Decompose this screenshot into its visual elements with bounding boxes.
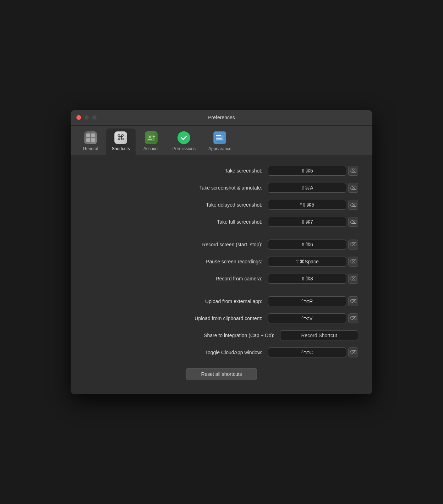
- toolbar: General ⌘ Shortcuts: [71, 126, 372, 155]
- upload-clipboard-label: Upload from clipboard content:: [156, 316, 262, 321]
- shortcut-upload-clipboard: Upload from clipboard content: ^⌥V ⌫: [85, 313, 358, 323]
- take-screenshot-field[interactable]: ⇧⌘5: [268, 166, 346, 176]
- tab-permissions-label: Permissions: [173, 146, 196, 151]
- svg-rect-11: [216, 135, 221, 136]
- svg-rect-3: [91, 138, 95, 142]
- share-integration-record-btn[interactable]: Record Shortcut: [280, 330, 358, 340]
- take-delayed-screenshot-field[interactable]: ^⇧⌘5: [268, 200, 346, 210]
- record-camera-clear[interactable]: ⌫: [348, 274, 358, 284]
- upload-clipboard-field[interactable]: ^⌥V: [268, 313, 346, 323]
- svg-rect-7: [148, 139, 152, 140]
- take-delayed-screenshot-clear[interactable]: ⌫: [348, 200, 358, 210]
- tab-account[interactable]: Account: [137, 128, 165, 155]
- traffic-lights: [76, 115, 97, 120]
- permissions-icon: [177, 131, 190, 144]
- shortcut-take-screenshot-annotate: Take screenshot & annotate: ⇧⌘A ⌫: [85, 183, 358, 193]
- take-full-screenshot-label: Take full screenshot:: [156, 219, 262, 225]
- window-title: Preferences: [208, 115, 235, 120]
- pause-recording-label: Pause screen recordings:: [156, 259, 262, 264]
- toggle-window-label: Toggle CloudApp window:: [156, 350, 262, 355]
- tab-appearance[interactable]: Appearance: [203, 128, 237, 155]
- share-integration-label: Share to integration (Cap + Do):: [168, 333, 274, 338]
- general-icon: [84, 131, 97, 144]
- reset-btn-wrapper: Reset all shortcuts: [85, 368, 358, 380]
- upload-external-label: Upload from external app:: [156, 298, 262, 304]
- minimize-button[interactable]: [84, 115, 89, 120]
- svg-rect-2: [86, 138, 90, 142]
- shortcut-upload-external: Upload from external app: ^⌥R ⌫: [85, 296, 358, 306]
- svg-rect-0: [86, 133, 90, 137]
- account-icon: [145, 131, 158, 144]
- upload-external-field[interactable]: ^⌥R: [268, 296, 346, 306]
- take-delayed-screenshot-label: Take delayed screenshot:: [156, 202, 262, 208]
- tab-appearance-label: Appearance: [208, 146, 231, 151]
- tab-shortcuts-label: Shortcuts: [112, 146, 130, 151]
- shortcut-record-screen: Record screen (start, stop): ⇧⌘6 ⌫: [85, 240, 358, 250]
- toggle-window-clear[interactable]: ⌫: [348, 347, 358, 357]
- titlebar: Preferences: [71, 110, 372, 126]
- take-screenshot-annotate-clear[interactable]: ⌫: [348, 183, 358, 193]
- svg-rect-12: [216, 137, 223, 137]
- take-screenshot-annotate-label: Take screenshot & annotate:: [156, 185, 262, 191]
- record-screen-field[interactable]: ⇧⌘6: [268, 240, 346, 250]
- appearance-icon: [213, 131, 226, 144]
- take-screenshot-field-wrapper: ⇧⌘5 ⌫: [268, 166, 358, 176]
- preferences-window: Preferences General ⌘: [71, 110, 372, 394]
- take-full-screenshot-clear[interactable]: ⌫: [348, 217, 358, 227]
- svg-rect-14: [216, 139, 223, 140]
- shortcut-pause-recording: Pause screen recordings: ⇧⌘Space ⌫: [85, 257, 358, 267]
- tab-general[interactable]: General: [76, 128, 105, 155]
- tab-shortcuts[interactable]: ⌘ Shortcuts: [106, 128, 136, 155]
- toggle-window-field[interactable]: ^⌥C: [268, 347, 346, 357]
- shortcut-take-full-screenshot: Take full screenshot: ⇧⌘7 ⌫: [85, 217, 358, 227]
- maximize-button[interactable]: [92, 115, 97, 120]
- svg-rect-1: [91, 133, 95, 137]
- pause-recording-clear[interactable]: ⌫: [348, 257, 358, 267]
- reset-all-shortcuts-button[interactable]: Reset all shortcuts: [186, 368, 257, 380]
- take-full-screenshot-field[interactable]: ⇧⌘7: [268, 217, 346, 227]
- upload-external-clear[interactable]: ⌫: [348, 296, 358, 306]
- tab-general-label: General: [83, 146, 98, 151]
- record-screen-clear[interactable]: ⌫: [348, 240, 358, 250]
- svg-point-6: [149, 136, 151, 138]
- tab-permissions[interactable]: Permissions: [167, 128, 201, 155]
- svg-rect-13: [216, 138, 222, 139]
- pause-recording-field[interactable]: ⇧⌘Space: [268, 257, 346, 267]
- shortcut-take-delayed-screenshot: Take delayed screenshot: ^⇧⌘5 ⌫: [85, 200, 358, 210]
- record-camera-field[interactable]: ⇧⌘8: [268, 274, 346, 284]
- record-screen-label: Record screen (start, stop):: [156, 242, 262, 247]
- close-button[interactable]: [76, 115, 81, 120]
- svg-rect-9: [153, 138, 154, 138]
- shortcuts-icon: ⌘: [114, 131, 127, 144]
- tab-account-label: Account: [143, 146, 159, 151]
- shortcut-toggle-window: Toggle CloudApp window: ^⌥C ⌫: [85, 347, 358, 357]
- shortcut-share-integration: Share to integration (Cap + Do): Record …: [85, 330, 358, 340]
- shortcut-record-camera: Record from camera: ⇧⌘8 ⌫: [85, 274, 358, 284]
- shortcut-take-screenshot: Take screenshot: ⇧⌘5 ⌫: [85, 166, 358, 176]
- take-screenshot-label: Take screenshot:: [156, 168, 262, 174]
- svg-rect-8: [153, 136, 155, 137]
- record-camera-label: Record from camera:: [156, 276, 262, 281]
- take-screenshot-clear[interactable]: ⌫: [348, 166, 358, 176]
- shortcuts-content: Take screenshot: ⇧⌘5 ⌫ Take screenshot &…: [71, 155, 372, 394]
- upload-clipboard-clear[interactable]: ⌫: [348, 313, 358, 323]
- take-screenshot-annotate-field[interactable]: ⇧⌘A: [268, 183, 346, 193]
